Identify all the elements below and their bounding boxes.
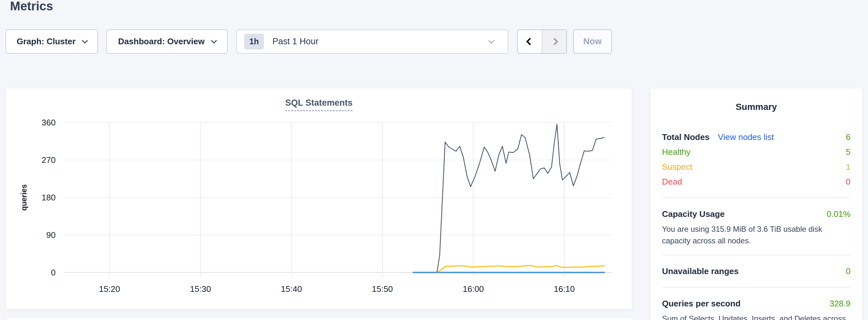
svg-text:15:40: 15:40 bbox=[281, 284, 302, 294]
svg-text:90: 90 bbox=[46, 230, 56, 240]
svg-text:15:50: 15:50 bbox=[372, 284, 393, 294]
queries-per-second-label: Queries per second bbox=[662, 299, 741, 309]
sql-statements-line-chart[interactable]: 09018027036015:2015:3015:4015:5016:0016:… bbox=[6, 88, 632, 310]
suspect-nodes-row: Suspect 1 bbox=[662, 159, 850, 174]
svg-text:0: 0 bbox=[51, 268, 56, 277]
svg-text:15:30: 15:30 bbox=[190, 284, 211, 294]
unavailable-ranges-value: 0 bbox=[846, 266, 850, 276]
dashboard-dropdown[interactable]: Dashboard: Overview bbox=[106, 29, 228, 54]
time-next-button[interactable] bbox=[542, 30, 566, 53]
divider bbox=[662, 287, 850, 288]
svg-text:180: 180 bbox=[42, 193, 56, 202]
capacity-usage-label: Capacity Usage bbox=[662, 209, 725, 219]
queries-per-second-value: 328.9 bbox=[830, 299, 850, 309]
healthy-nodes-row: Healthy 5 bbox=[662, 145, 850, 159]
dead-value: 0 bbox=[846, 177, 850, 187]
divider bbox=[662, 197, 850, 198]
svg-text:15:20: 15:20 bbox=[99, 284, 120, 294]
chart-title-row: SQL Statements bbox=[6, 98, 632, 111]
total-nodes-row: Total Nodes View nodes list 6 bbox=[662, 130, 850, 145]
divider bbox=[662, 255, 850, 255]
suspect-label: Suspect bbox=[662, 162, 692, 172]
graph-dropdown-label: Graph: Cluster bbox=[17, 36, 75, 46]
svg-text:16:10: 16:10 bbox=[554, 284, 575, 294]
queries-per-second-row: Queries per second 328.9 bbox=[662, 296, 850, 311]
dead-nodes-row: Dead 0 bbox=[662, 174, 850, 189]
time-range-label: Past 1 Hour bbox=[272, 36, 318, 46]
total-nodes-label: Total Nodes bbox=[662, 132, 710, 142]
chevron-left-icon bbox=[526, 37, 534, 45]
time-prev-button[interactable] bbox=[518, 30, 542, 53]
time-nav-group bbox=[517, 29, 567, 54]
suspect-value: 1 bbox=[846, 162, 850, 172]
svg-text:16:00: 16:00 bbox=[463, 284, 484, 294]
chevron-down-icon bbox=[488, 37, 494, 43]
queries-per-second-description: Sum of Selects, Updates, Inserts, and De… bbox=[662, 313, 850, 320]
summary-panel: Summary Total Nodes View nodes list 6 He… bbox=[650, 88, 863, 320]
healthy-label: Healthy bbox=[662, 147, 690, 157]
chevron-right-icon bbox=[551, 37, 558, 45]
y-axis-label: queries bbox=[20, 184, 28, 211]
svg-text:360: 360 bbox=[42, 118, 56, 127]
unavailable-ranges-label: Unavailable ranges bbox=[662, 266, 739, 276]
page-title: Metrics bbox=[10, 0, 53, 13]
graph-dropdown[interactable]: Graph: Cluster bbox=[5, 29, 98, 54]
time-range-picker[interactable]: 1h Past 1 Hour bbox=[237, 29, 508, 54]
chevron-down-icon bbox=[82, 37, 88, 43]
dead-label: Dead bbox=[662, 177, 682, 187]
capacity-usage-value: 0.01% bbox=[827, 209, 850, 219]
capacity-usage-description: You are using 315.9 MiB of 3.6 TiB usabl… bbox=[662, 223, 850, 246]
unavailable-ranges-row: Unavailable ranges 0 bbox=[662, 264, 850, 279]
now-button[interactable]: Now bbox=[573, 29, 612, 54]
total-nodes-value: 6 bbox=[846, 132, 850, 142]
sql-statements-chart-card: SQL Statements 09018027036015:2015:3015:… bbox=[5, 88, 632, 310]
dashboard-dropdown-label: Dashboard: Overview bbox=[118, 36, 205, 46]
view-nodes-list-link[interactable]: View nodes list bbox=[718, 132, 774, 142]
summary-title: Summary bbox=[662, 102, 850, 112]
time-range-badge: 1h bbox=[244, 34, 264, 50]
healthy-value: 5 bbox=[846, 147, 850, 157]
chart-title[interactable]: SQL Statements bbox=[285, 98, 352, 111]
capacity-usage-row: Capacity Usage 0.01% bbox=[662, 206, 850, 221]
next-chart-card bbox=[5, 317, 632, 320]
chevron-down-icon bbox=[211, 37, 217, 43]
svg-text:270: 270 bbox=[42, 155, 56, 165]
